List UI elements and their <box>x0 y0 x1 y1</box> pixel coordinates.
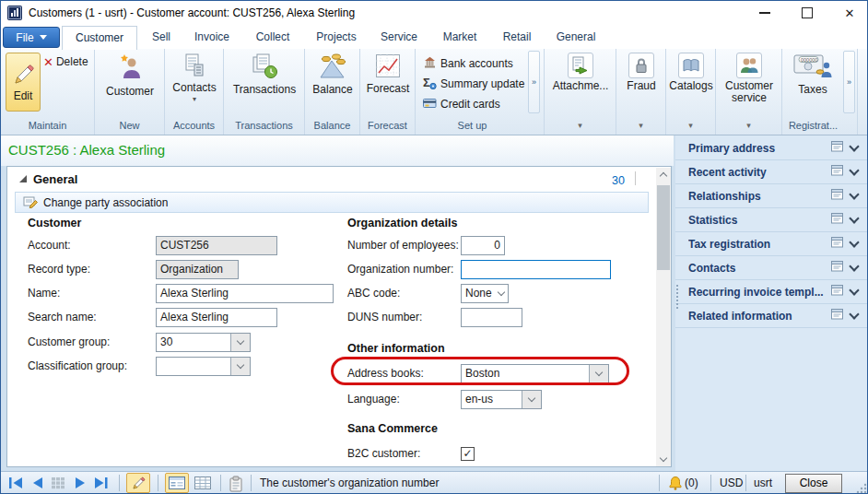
vertical-scrollbar[interactable] <box>656 168 671 466</box>
fraud-button[interactable]: Fraud <box>616 53 666 92</box>
combo-arrow-button[interactable] <box>230 334 250 351</box>
classification-group-combo[interactable] <box>156 357 251 376</box>
open-window-icon[interactable] <box>831 141 843 155</box>
maximize-button[interactable] <box>792 1 823 25</box>
chevron-down-icon[interactable]: ▾ <box>716 118 781 133</box>
attachments-button[interactable]: Attachme... <box>545 53 616 92</box>
close-form-button[interactable]: Close <box>785 474 842 493</box>
employees-field[interactable]: 0 <box>461 236 505 255</box>
open-window-icon[interactable] <box>831 285 843 299</box>
first-record-button[interactable] <box>8 476 25 492</box>
customer-group-combo[interactable]: 30 <box>156 333 251 352</box>
grid-records-button[interactable] <box>51 476 65 492</box>
chevron-down-icon[interactable] <box>849 141 859 151</box>
tab-projects[interactable]: Projects <box>305 26 368 49</box>
balance-button[interactable]: Balance <box>305 53 360 96</box>
open-window-icon[interactable] <box>831 165 843 179</box>
scroll-down-button[interactable] <box>656 452 671 466</box>
open-window-icon[interactable] <box>831 261 843 275</box>
scrollbar-thumb[interactable] <box>657 185 670 270</box>
change-party-association-button[interactable]: Change party association <box>15 192 649 213</box>
language-combo[interactable]: en-us <box>461 390 542 409</box>
account-field[interactable]: CUST256 <box>156 236 277 255</box>
combo-arrow-button[interactable] <box>499 285 508 302</box>
previous-record-button[interactable] <box>30 476 45 492</box>
transactions-button[interactable]: Transactions <box>224 53 305 96</box>
chevron-down-icon[interactable] <box>849 165 859 175</box>
open-window-icon[interactable] <box>831 309 843 323</box>
grid-view-button[interactable] <box>191 473 215 493</box>
setup-overflow-button[interactable]: » <box>528 51 540 113</box>
open-window-icon[interactable] <box>831 237 843 251</box>
minimize-button[interactable] <box>749 1 780 25</box>
duns-field[interactable] <box>461 308 522 327</box>
tab-general[interactable]: General <box>545 26 607 49</box>
factbox-recent-activity[interactable]: Recent activity <box>675 160 868 184</box>
summary-update-button[interactable]: Σ Summary update <box>423 75 524 93</box>
tab-customer[interactable]: Customer <box>62 26 137 50</box>
chevron-down-icon[interactable]: ▾ <box>666 118 715 133</box>
record-type-field[interactable]: Organization <box>156 260 239 279</box>
combo-arrow-button[interactable] <box>589 365 608 382</box>
open-window-icon[interactable] <box>831 213 843 227</box>
combo-arrow-button[interactable] <box>230 358 250 375</box>
currency-indicator[interactable]: USD <box>720 476 743 489</box>
chevron-down-icon[interactable] <box>849 261 859 271</box>
taxes-button[interactable]: 000000 Taxes <box>784 53 841 96</box>
factbox-statistics[interactable]: Statistics <box>675 208 868 232</box>
notifications-bell-icon[interactable] <box>668 476 683 494</box>
section-title[interactable]: General <box>33 172 77 186</box>
combo-arrow-button[interactable] <box>522 391 541 408</box>
chevron-down-icon[interactable]: ▾ <box>616 118 665 133</box>
form-view-button[interactable] <box>165 473 189 493</box>
factbox-primary-address[interactable]: Primary address <box>675 136 868 160</box>
tab-collect[interactable]: Collect <box>242 26 303 49</box>
edit-button[interactable]: Edit <box>6 53 41 112</box>
abc-code-combo[interactable]: None <box>461 284 509 303</box>
resize-grip[interactable] <box>856 483 867 494</box>
org-number-field[interactable] <box>461 260 611 279</box>
chevron-down-icon[interactable]: ▾ <box>545 118 616 133</box>
chevron-down-icon[interactable] <box>849 237 859 247</box>
factbox-related-information[interactable]: Related information <box>675 304 868 328</box>
customer-button[interactable]: Customer <box>95 53 165 98</box>
tab-sell[interactable]: Sell <box>139 26 183 49</box>
factbox-recurring-invoice-template[interactable]: Recurring invoice templ... <box>675 280 868 304</box>
bank-accounts-button[interactable]: Bank accounts <box>423 54 513 73</box>
search-name-field[interactable]: Alexa Sterling <box>156 308 277 327</box>
edit-mode-toggle-button[interactable] <box>126 473 150 493</box>
chevron-down-icon[interactable] <box>849 189 859 199</box>
customer-service-button[interactable]: Customer service <box>716 53 782 104</box>
scroll-up-button[interactable] <box>656 168 671 182</box>
factbox-contacts[interactable]: Contacts <box>675 256 868 280</box>
factbox-tax-registration[interactable]: Tax registration <box>675 232 868 256</box>
name-field[interactable]: Alexa Sterling <box>156 284 334 303</box>
tab-invoice[interactable]: Invoice <box>183 26 240 49</box>
forecast-button[interactable]: Forecast <box>360 53 416 95</box>
chevron-down-icon[interactable] <box>849 213 859 223</box>
chevron-down-icon[interactable] <box>849 309 859 319</box>
user-indicator[interactable]: usrt <box>754 476 772 489</box>
delete-button[interactable]: ✕ Delete <box>43 55 88 68</box>
next-record-button[interactable] <box>73 476 88 492</box>
contacts-button[interactable]: Contacts ▾ <box>165 53 224 103</box>
open-window-icon[interactable] <box>831 189 843 203</box>
pane-resize-handle[interactable] <box>676 285 681 309</box>
factbox-relationships[interactable]: Relationships <box>675 184 868 208</box>
notification-count[interactable]: (0) <box>685 476 698 489</box>
tab-service[interactable]: Service <box>369 26 428 49</box>
last-record-button[interactable] <box>93 476 110 492</box>
address-books-combo[interactable]: Boston <box>461 364 609 383</box>
credit-cards-button[interactable]: Credit cards <box>423 95 500 113</box>
document-handling-button[interactable] <box>229 476 243 494</box>
file-menu-button[interactable]: File <box>3 27 60 48</box>
chevron-down-icon[interactable] <box>849 285 859 295</box>
collapse-triangle-icon[interactable] <box>19 175 27 182</box>
close-window-button[interactable]: ✕ <box>834 1 865 25</box>
catalogs-button[interactable]: Catalogs <box>666 53 716 92</box>
registration-overflow-button[interactable]: » <box>843 51 855 113</box>
tab-market[interactable]: Market <box>430 26 489 49</box>
customer-group-value: 30 <box>157 334 230 351</box>
b2c-customer-checkbox[interactable]: ✓ <box>461 447 475 461</box>
tab-retail[interactable]: Retail <box>491 26 543 49</box>
